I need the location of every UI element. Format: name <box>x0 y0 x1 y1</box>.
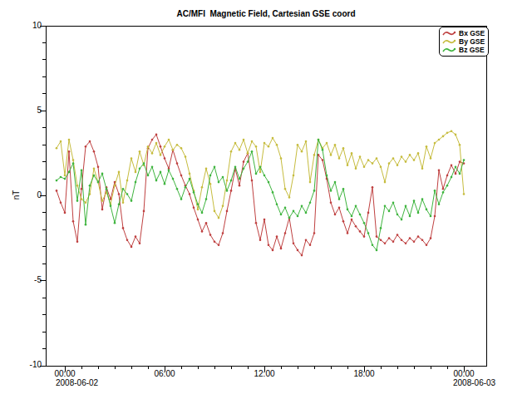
x-axis-date-end: 2008-06-03 <box>453 378 495 387</box>
bz-line-sample-icon <box>442 47 456 53</box>
plot-canvas[interactable] <box>0 0 532 399</box>
legend-entry-bz: Bz GSE <box>442 46 485 54</box>
x-tick-label: 18:00 <box>347 369 381 378</box>
y-tick-label: -10 <box>15 360 42 369</box>
legend-label: Bz GSE <box>459 46 485 54</box>
by-line-sample-icon <box>442 38 456 45</box>
legend-entry-bx: Bx GSE <box>442 29 485 37</box>
y-tick-label: 5 <box>15 106 42 115</box>
bx-line-sample-icon <box>442 30 456 37</box>
legend-entry-by: By GSE <box>442 37 485 46</box>
x-tick-label: 00:00 <box>48 369 81 378</box>
y-tick-label: 10 <box>15 21 42 30</box>
legend-label: Bx GSE <box>459 29 485 37</box>
legend: Bx GSE By GSE Bz GSE <box>439 27 489 57</box>
magnetic-field-chart-window: AC/MFI Magnetic Field, Cartesian GSE coo… <box>0 0 532 399</box>
legend-label: By GSE <box>459 37 485 46</box>
x-axis-date-start: 2008-06-02 <box>56 378 98 387</box>
x-tick-label: 12:00 <box>248 369 281 378</box>
x-tick-label: 06:00 <box>148 369 181 378</box>
x-tick-label: 00:00 <box>447 369 480 378</box>
y-axis-label: nT <box>12 190 21 200</box>
y-tick-label: -5 <box>15 275 42 284</box>
